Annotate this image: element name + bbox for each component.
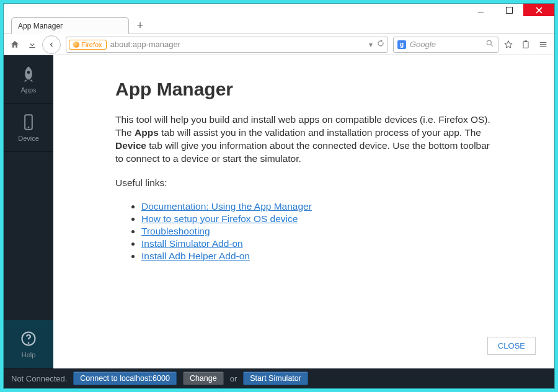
tab-strip: App Manager + [4, 16, 554, 34]
reload-icon [376, 39, 385, 48]
start-simulator-button[interactable]: Start Simulator [243, 372, 308, 385]
list-item: Install Adb Helper Add-on [141, 251, 537, 262]
main-panel: App Manager This tool will help you buil… [53, 55, 554, 368]
search-bar[interactable]: g Google [393, 37, 498, 53]
phone-icon [20, 114, 37, 131]
intro-paragraph: This tool will help you build and instal… [115, 114, 494, 166]
star-icon [503, 40, 513, 50]
svg-point-0 [487, 40, 491, 45]
content-area: Apps Device Help App Manager This tool w… [4, 55, 554, 368]
hamburger-icon [538, 40, 548, 50]
reload-button[interactable] [376, 39, 385, 50]
list-item: Troubleshooting [141, 226, 537, 237]
new-tab-button[interactable]: + [131, 19, 149, 32]
back-button[interactable] [42, 35, 61, 54]
link-documentation[interactable]: Documentation: Using the App Manager [141, 201, 312, 212]
search-submit[interactable] [485, 39, 494, 50]
browser-window: App Manager + Firefox about:app-manager … [3, 3, 555, 389]
bookmark-button[interactable] [501, 37, 516, 52]
link-install-adb[interactable]: Install Adb Helper Add-on [141, 251, 250, 261]
or-label: or [230, 374, 237, 383]
change-button[interactable]: Change [183, 372, 224, 385]
back-arrow-icon [47, 40, 56, 49]
nav-toolbar: Firefox about:app-manager ▾ g Google [4, 34, 554, 55]
svg-rect-1 [523, 41, 528, 48]
url-text: about:app-manager [107, 40, 369, 49]
sidebar-label: Apps [20, 86, 36, 94]
link-setup-device[interactable]: How to setup your Firefox OS device [141, 213, 298, 224]
home-button[interactable] [7, 37, 22, 52]
library-button[interactable] [518, 37, 533, 52]
search-engine-icon[interactable]: g [397, 40, 406, 49]
window-close-button[interactable] [523, 4, 554, 16]
connection-status: Not Connected. [11, 374, 67, 383]
url-bar[interactable]: Firefox about:app-manager ▾ [66, 37, 388, 53]
window-maximize-button[interactable] [495, 4, 523, 16]
sidebar-item-device[interactable]: Device [4, 104, 53, 152]
sidebar-item-apps[interactable]: Apps [4, 55, 53, 104]
svg-rect-2 [525, 40, 527, 42]
link-install-simulator[interactable]: Install Simulator Add-on [141, 238, 243, 249]
window-minimize-button[interactable] [466, 4, 495, 16]
app-sidebar: Apps Device Help [4, 55, 53, 368]
menu-button[interactable] [536, 37, 551, 52]
svg-point-4 [28, 127, 29, 128]
close-panel-button[interactable]: CLOSE [487, 337, 536, 355]
identity-badge[interactable]: Firefox [69, 40, 107, 50]
link-troubleshooting[interactable]: Troubleshooting [141, 226, 210, 236]
url-actions: ▾ [369, 39, 385, 50]
sidebar-label: Device [18, 135, 39, 142]
clipboard-icon [521, 40, 531, 50]
list-item: How to setup your Firefox OS device [141, 213, 537, 225]
dropdown-icon[interactable]: ▾ [369, 40, 373, 49]
bottom-toolbar: Not Connected. Connect to localhost:6000… [4, 368, 554, 388]
sidebar-label: Help [22, 351, 36, 359]
sidebar-item-help[interactable]: Help [4, 320, 53, 368]
browser-tab[interactable]: App Manager [11, 17, 129, 33]
window-titlebar [4, 4, 554, 16]
page-title: App Manager [115, 79, 537, 100]
home-icon [10, 40, 20, 50]
close-icon [536, 7, 542, 14]
tab-title: App Manager [18, 22, 63, 30]
sidebar-spacer [4, 152, 53, 320]
list-item: Install Simulator Add-on [141, 238, 537, 249]
download-icon [27, 40, 37, 50]
connect-button[interactable]: Connect to localhost:6000 [73, 372, 177, 385]
help-icon [20, 330, 37, 347]
list-item: Documentation: Using the App Manager [141, 201, 537, 212]
magnifier-icon [485, 39, 494, 48]
rocket-icon [20, 65, 37, 82]
downloads-button[interactable] [25, 37, 40, 52]
links-list: Documentation: Using the App Manager How… [115, 201, 537, 262]
useful-links-heading: Useful links: [115, 177, 494, 190]
search-placeholder: Google [410, 40, 436, 49]
